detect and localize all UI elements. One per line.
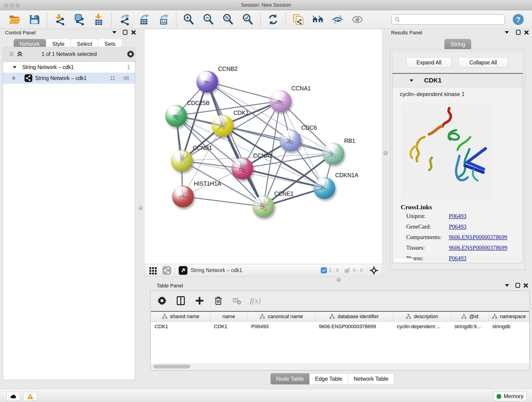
gear-icon[interactable] — [157, 296, 167, 306]
protein-section-header[interactable]: CDK1 — [393, 74, 523, 87]
table-cell[interactable]: P06493 — [247, 322, 315, 332]
tab-node-table[interactable]: Node Table — [270, 373, 310, 385]
cloud-button[interactable] — [6, 392, 20, 401]
delete-table-icon-disabled — [232, 296, 241, 305]
import-database-icon[interactable] — [73, 13, 86, 26]
network-row-selected[interactable]: String Network – cdk1 11 48 — [3, 73, 135, 84]
splitter-handle[interactable] — [336, 278, 341, 282]
graph-node-rb1[interactable] — [322, 143, 344, 165]
delete-column-trash-icon[interactable] — [213, 296, 223, 306]
hidden-counts: 0 - 0 — [353, 268, 363, 274]
save-icon[interactable] — [28, 13, 41, 26]
column-header-database-identifier[interactable]: database identifier — [315, 312, 393, 321]
vertical-splitter-left[interactable] — [137, 29, 144, 277]
table-cell[interactable]: stringdb:9... — [451, 322, 489, 332]
graph-node-hist1h1a[interactable] — [172, 186, 194, 207]
graph-node-cdc25b[interactable] — [165, 105, 187, 127]
tab-string[interactable]: String — [444, 39, 471, 50]
selected-checkbox-icon[interactable] — [321, 267, 327, 274]
close-panel-icon[interactable] — [523, 283, 528, 288]
tab-network-table[interactable]: Network Table — [348, 373, 394, 385]
float-panel-icon[interactable] — [516, 30, 520, 35]
graph-node-ccna1[interactable] — [270, 90, 291, 112]
graph-node-cdkn1a[interactable] — [313, 177, 335, 199]
add-column-icon[interactable] — [195, 296, 205, 306]
export-image-icon[interactable] — [157, 13, 170, 26]
graph-node-ccne1[interactable] — [253, 196, 274, 217]
toolbar-separator — [260, 12, 261, 27]
help-button[interactable]: ? — [513, 14, 524, 25]
crosslink-link[interactable]: 9606.ENSP00000378699 — [449, 245, 507, 251]
network-collection-row[interactable]: String Network – cdk1 1 — [3, 62, 135, 73]
hide-eye-icon[interactable] — [331, 13, 344, 26]
birdseye-grid-icon[interactable] — [149, 266, 157, 275]
column-header--id[interactable]: @id — [451, 312, 489, 321]
column-header-namespace[interactable]: namespace — [489, 312, 529, 321]
graph-node-cdc6[interactable] — [279, 130, 301, 152]
import-table-icon[interactable] — [93, 13, 105, 26]
table-horizontal-scrollbar[interactable] — [151, 364, 529, 370]
protein-structure-thumbnail — [272, 95, 289, 109]
node-table[interactable]: shared namenamecanonical namedatabase id… — [151, 311, 529, 365]
results-scrollbar-thumb[interactable] — [394, 258, 414, 262]
copy-share-icon[interactable] — [292, 13, 305, 26]
float-panel-icon[interactable] — [123, 30, 127, 35]
open-folder-icon[interactable] — [8, 13, 21, 26]
crosslink-link[interactable]: 9606.ENSP00000378699 — [449, 234, 507, 240]
graph-node-cdk1[interactable] — [212, 115, 234, 137]
refresh-icon[interactable] — [267, 13, 279, 26]
export-table-icon[interactable] — [138, 13, 150, 26]
graph-node-ccnb1[interactable] — [171, 150, 193, 172]
import-network-icon[interactable] — [53, 13, 66, 26]
tree-expand-icon[interactable] — [13, 66, 16, 68]
table-cell[interactable]: CDK1 — [151, 322, 210, 332]
zoom-in-icon[interactable] — [182, 13, 195, 26]
column-header-name[interactable]: name — [210, 312, 248, 321]
collapse-all-button[interactable]: Collapse All — [458, 57, 508, 68]
column-header-shared-name[interactable]: shared name — [151, 312, 210, 321]
warnings-button[interactable] — [23, 392, 37, 401]
graph-node-ccna2[interactable] — [231, 158, 253, 179]
search-input[interactable] — [402, 16, 502, 23]
crosslink-link[interactable]: P06493 — [449, 255, 466, 262]
memory-button[interactable]: Memory — [494, 391, 526, 401]
toolbar-separator — [111, 12, 112, 27]
expand-all-button[interactable]: Expand All — [406, 57, 452, 68]
table-cell[interactable]: CDK1 — [210, 322, 248, 332]
table-cell[interactable]: cyclin-dependent ... — [393, 322, 451, 332]
scrollbar-thumb[interactable] — [153, 365, 190, 369]
tab-edge-table[interactable]: Edge Table — [310, 373, 348, 385]
table-panel-title: Table Panel — [157, 283, 183, 289]
table-cell[interactable]: stringdb — [489, 322, 529, 332]
close-panel-icon[interactable] — [131, 30, 136, 35]
close-panel-icon[interactable] — [524, 30, 529, 35]
crosslink-link[interactable]: P06493 — [449, 223, 466, 230]
search-field[interactable] — [391, 14, 505, 25]
zoom-out-icon[interactable] — [202, 13, 215, 26]
split-columns-icon[interactable] — [176, 296, 186, 306]
fit-content-crosshair-icon[interactable] — [370, 266, 378, 275]
open-in-window-icon[interactable] — [179, 266, 187, 275]
panel-menu-icon[interactable] — [505, 284, 509, 287]
zoom-fit-icon[interactable] — [222, 13, 234, 26]
collapse-section-icon[interactable] — [410, 79, 413, 82]
column-header-description[interactable]: description — [393, 312, 451, 321]
column-header-canonical-name[interactable]: canonical name — [247, 312, 315, 321]
share-network-icon-disabled[interactable] — [162, 266, 171, 275]
horizontal-splitter[interactable] — [144, 277, 532, 282]
protein-structure-thumbnail — [234, 162, 251, 177]
panel-menu-icon[interactable] — [505, 31, 509, 34]
network-canvas[interactable]: CCNB2CCNA1CDC25BCDK1CDC6RB1CCNB1CCNA2CDK… — [144, 29, 382, 264]
gear-icon[interactable] — [126, 50, 135, 58]
table-cell[interactable]: 9606.ENSP00000378699 — [315, 322, 393, 332]
export-network-icon[interactable] — [118, 13, 131, 26]
crosslink-row: Uniprot:P06493 — [401, 211, 507, 221]
splitter-handle[interactable] — [138, 206, 143, 210]
panel-menu-icon[interactable] — [112, 31, 116, 34]
crosslink-link[interactable]: P06493 — [449, 213, 466, 219]
float-panel-icon[interactable] — [515, 283, 520, 288]
node-label-ccnb1: CCNB1 — [193, 145, 212, 151]
home-pair-icon[interactable] — [312, 13, 324, 26]
zoom-selected-icon[interactable] — [241, 13, 254, 26]
graph-node-ccnb2[interactable] — [196, 71, 218, 93]
